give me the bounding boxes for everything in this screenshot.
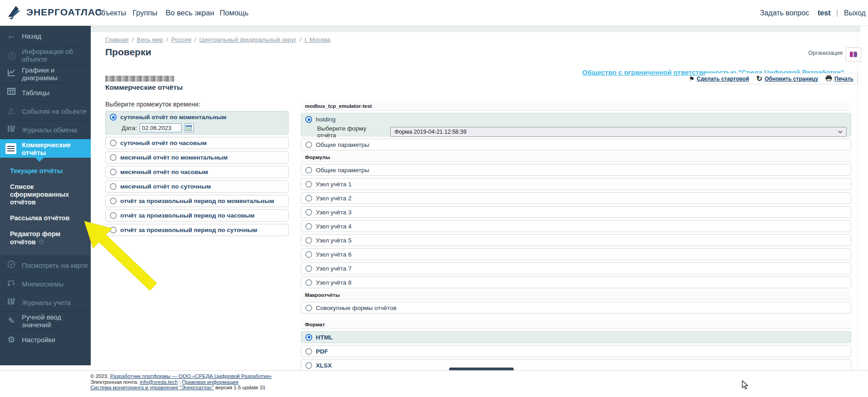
- period-option-monthly-instant[interactable]: месячный отчёт по моментальным: [105, 151, 289, 164]
- breadcrumb-separator: /: [195, 36, 196, 43]
- radio-unselected[interactable]: [110, 140, 117, 146]
- menu-help[interactable]: Помощь: [220, 0, 249, 26]
- radio-unselected[interactable]: [305, 279, 312, 286]
- sidebar-item-mnemoschemes[interactable]: Мнемосхемы: [0, 275, 91, 293]
- formulas-header: Формулы: [301, 153, 851, 162]
- breadcrumb-world[interactable]: Весь мир: [137, 36, 163, 43]
- radio-unselected[interactable]: [305, 251, 312, 258]
- legal-info-link[interactable]: Правовая информация: [182, 379, 238, 385]
- radio-unselected[interactable]: [305, 265, 312, 272]
- breadcrumb-district[interactable]: Центральный федеральный округ: [199, 36, 296, 43]
- radio-unselected[interactable]: [305, 181, 312, 188]
- breadcrumb-russia[interactable]: Россия: [171, 36, 191, 43]
- radio-selected[interactable]: [305, 334, 312, 341]
- calendar-button[interactable]: [184, 123, 194, 132]
- sidebar-item-exchange-journals[interactable]: Журналы обмена: [0, 121, 91, 139]
- period-option-custom-daily[interactable]: отчёт за произвольный период по суточным: [105, 224, 289, 236]
- sidebar-item-commercial-reports[interactable]: Коммерческие отчёты: [0, 139, 91, 158]
- format-option-xlsx[interactable]: XLSX: [301, 359, 851, 371]
- radio-unselected[interactable]: [110, 198, 117, 204]
- breadcrumb-home[interactable]: Главная: [105, 36, 128, 43]
- email-link[interactable]: info@sreda.tech: [140, 379, 178, 385]
- formula-option-node-8[interactable]: Узел учёта 8: [301, 276, 851, 288]
- formula-option-node-4[interactable]: Узел учёта 4: [301, 220, 851, 232]
- radio-selected[interactable]: [305, 116, 312, 123]
- app-logo[interactable]: ЭНЕРГОАТЛАС: [6, 4, 103, 20]
- report-form-select[interactable]: Форма 2019-04-21 12:58:39: [390, 127, 847, 137]
- sidebar-item-charts[interactable]: Графики и диаграммы: [0, 65, 91, 83]
- report-option-general[interactable]: Общие параметры: [301, 139, 851, 150]
- make-start-tool[interactable]: ⚑ Сделать стартовой: [689, 76, 749, 82]
- sidebar-item-label: Настройки: [22, 336, 55, 344]
- menu-fullscreen[interactable]: Во весь экран: [166, 0, 214, 26]
- radio-unselected[interactable]: [305, 237, 312, 244]
- period-option-custom-instant[interactable]: отчёт за произвольный период по моментал…: [105, 195, 289, 207]
- email-label: Электронная почта:: [90, 379, 138, 385]
- sidebar-item-manual-input[interactable]: ✎ Ручной ввод значений: [0, 312, 91, 330]
- submenu-report-mailing[interactable]: Рассылка отчётов: [0, 210, 91, 226]
- username[interactable]: test: [818, 0, 830, 26]
- period-option-monthly-hourly[interactable]: месячный отчёт по часовым: [105, 166, 289, 178]
- radio-unselected[interactable]: [305, 305, 312, 311]
- period-option-daily-hourly[interactable]: суточный отчёт по часовым: [105, 137, 289, 149]
- developer-link[interactable]: Разработчик платформы — ООО «СРЕДА Цифро…: [110, 373, 272, 379]
- menu-objects[interactable]: Объекты: [95, 0, 126, 26]
- format-option-pdf[interactable]: PDF: [301, 345, 851, 357]
- report-option-holding[interactable]: holding Выберите форму отчёта Форма 2019…: [301, 113, 851, 136]
- radio-unselected[interactable]: [110, 169, 117, 175]
- refresh-tool[interactable]: ↻ Обновить страницу: [756, 76, 818, 82]
- submenu-generated-reports-list[interactable]: Список сформированных отчётов: [0, 179, 86, 210]
- gear-icon: ⚙: [5, 334, 17, 345]
- radio-unselected[interactable]: [305, 167, 312, 174]
- period-option-monthly-daily[interactable]: месячный отчёт по суточным: [105, 180, 289, 193]
- breadcrumb: Главная/Весь мир/Россия/Центральный феде…: [105, 36, 330, 43]
- sidebar-item-tables[interactable]: Таблицы: [0, 83, 91, 102]
- radio-unselected[interactable]: [110, 154, 117, 161]
- radio-unselected[interactable]: [305, 348, 312, 355]
- sidebar-item-back[interactable]: ← Назад: [0, 26, 91, 46]
- report-option-label: Узел учёта 7: [316, 265, 352, 272]
- system-link[interactable]: Система мониторинга и управления "Энерго…: [90, 385, 214, 390]
- radio-unselected[interactable]: [110, 212, 117, 219]
- radio-unselected[interactable]: [305, 223, 312, 230]
- formula-option-node-2[interactable]: Узел учёта 2: [301, 192, 851, 204]
- table-icon: [5, 88, 17, 97]
- macro-option-aggregate-forms[interactable]: Совокупные формы отчётов: [301, 302, 851, 314]
- formula-option-node-7[interactable]: Узел учёта 7: [301, 262, 851, 274]
- sidebar-item-view-on-map[interactable]: Посмотреть на карте: [0, 256, 91, 275]
- sidebar-item-object-info[interactable]: i Информация об объекте: [0, 46, 91, 65]
- commercial-reports-submenu: Текущие отчёты Список сформированных отч…: [0, 158, 91, 256]
- radio-unselected[interactable]: [305, 141, 312, 148]
- print-tool[interactable]: Печать: [825, 75, 853, 83]
- sidebar-item-accounting-journals[interactable]: Журналы учета: [0, 293, 91, 312]
- radio-unselected[interactable]: [305, 195, 312, 202]
- formula-option-node-5[interactable]: Узел учёта 5: [301, 234, 851, 246]
- breadcrumb-moscow[interactable]: г. Москва: [304, 36, 330, 43]
- refresh-link[interactable]: Обновить страницу: [765, 76, 818, 82]
- period-option-custom-hourly[interactable]: отчёт за произвольный период по часовым: [105, 209, 289, 222]
- breadcrumb-separator: /: [167, 36, 168, 43]
- format-option-html[interactable]: HTML: [301, 331, 851, 343]
- period-option-label: месячный отчёт по часовым: [120, 169, 208, 175]
- menu-groups[interactable]: Группы: [132, 0, 157, 26]
- ask-question-link[interactable]: Задать вопрос: [760, 0, 809, 26]
- print-link[interactable]: Печать: [834, 76, 853, 82]
- radio-unselected[interactable]: [110, 183, 117, 190]
- date-input[interactable]: [140, 123, 181, 132]
- formula-option-node-6[interactable]: Узел учёта 6: [301, 248, 851, 260]
- formula-option-node-1[interactable]: Узел учёта 1: [301, 178, 851, 190]
- make-start-link[interactable]: Сделать стартовой: [697, 76, 749, 82]
- formula-option-node-3[interactable]: Узел учёта 3: [301, 206, 851, 218]
- sidebar-item-settings[interactable]: ⚙ Настройки: [0, 330, 91, 349]
- logout-link[interactable]: Выход: [844, 0, 866, 26]
- submenu-report-forms-editor[interactable]: Редактор форм отчётов⚙: [0, 226, 91, 250]
- period-option-daily-instant[interactable]: суточный отчёт по моментальным Дата:: [105, 111, 289, 135]
- panel-gap: [301, 316, 851, 320]
- submenu-current-reports[interactable]: Текущие отчёты: [0, 163, 91, 179]
- radio-unselected[interactable]: [305, 362, 312, 369]
- radio-selected[interactable]: [110, 114, 117, 121]
- radio-unselected[interactable]: [110, 227, 117, 233]
- formula-option-general[interactable]: Общие параметры: [301, 164, 851, 176]
- radio-unselected[interactable]: [305, 209, 312, 216]
- sidebar-item-object-events[interactable]: ⚠ События на объекте: [0, 102, 91, 121]
